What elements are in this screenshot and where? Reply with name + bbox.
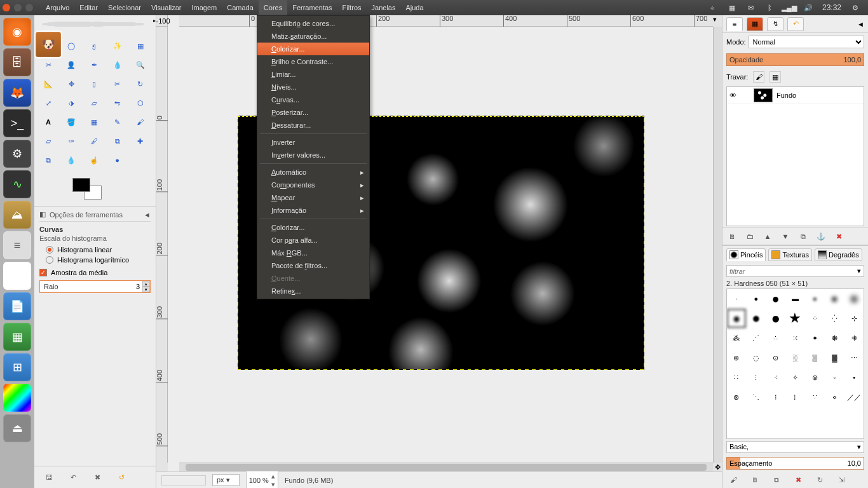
brush-item[interactable]: ∷	[727, 368, 746, 387]
menu-item-posterizar[interactable]: Posterizar...	[257, 106, 369, 119]
brush-item[interactable]: ●	[766, 289, 785, 308]
tool-shear[interactable]: ⬗	[61, 94, 81, 112]
ruler-origin-button[interactable]: ▸-100	[156, 15, 168, 27]
brush-item[interactable]: ⁝	[766, 388, 785, 407]
menu-editar[interactable]: Editar	[74, 0, 103, 15]
dock-menu-icon[interactable]: ◄	[857, 20, 864, 28]
layer-list[interactable]: 👁 Fundo	[726, 86, 864, 226]
footer-delete-icon[interactable]: ✖	[92, 471, 103, 483]
window-minimize-button[interactable]	[14, 4, 22, 11]
layer-down-icon[interactable]: ▼	[780, 231, 791, 242]
menu-cores[interactable]: Cores	[259, 0, 287, 15]
tool-paintbrush[interactable]: 🖌	[130, 113, 151, 131]
menu-item-matiz-satura-o[interactable]: Matiz-saturação...	[257, 30, 369, 43]
brush-item[interactable]: ⋮	[747, 368, 766, 387]
brush-item[interactable]: ⊙	[766, 348, 785, 367]
brush-item[interactable]: ◌	[747, 348, 766, 367]
layer-up-icon[interactable]: ▲	[762, 231, 773, 242]
brush-item[interactable]: ◦	[825, 368, 844, 387]
tab-patterns[interactable]: Texturas	[768, 248, 812, 261]
radio-linear[interactable]: Histograma linear	[39, 245, 151, 255]
calendar-icon[interactable]: ▦	[727, 3, 737, 13]
brush-item[interactable]: ●	[844, 289, 864, 308]
tool-heal[interactable]: ✚	[130, 132, 151, 150]
menu-imagem[interactable]: Imagem	[187, 0, 222, 15]
launcher-appearance-icon[interactable]	[3, 384, 31, 412]
window-close-button[interactable]	[3, 4, 10, 11]
menu-item-brilho-e-contraste[interactable]: Brilho e Contraste...	[257, 55, 369, 68]
brush-item[interactable]: ⋰	[747, 329, 766, 348]
brush-item[interactable]: ∴	[766, 329, 785, 348]
brush-item[interactable]: ⁙	[786, 329, 805, 348]
brush-item[interactable]: ⊚	[805, 368, 824, 387]
mail-icon[interactable]: ✉	[746, 3, 756, 13]
brush-item[interactable]: ／／	[844, 388, 864, 407]
brush-filter-field[interactable]	[729, 267, 857, 275]
brush-item[interactable]: ⁜	[844, 329, 864, 348]
menu-filtros[interactable]: Filtros	[337, 0, 367, 15]
launcher-calc-icon[interactable]: ▦	[3, 323, 31, 351]
settings-gear-icon[interactable]: ⚙	[850, 3, 860, 13]
footer-revert-icon[interactable]: ↶	[67, 471, 79, 483]
tool-color-select[interactable]: ▦	[130, 37, 151, 55]
launcher-firefox-icon[interactable]: 🦊	[3, 79, 31, 107]
brush-item[interactable]: ⊗	[727, 388, 746, 407]
layer-delete-icon[interactable]: ✖	[833, 231, 844, 242]
layer-group-icon[interactable]: 🗀	[744, 231, 756, 242]
tool-paths[interactable]: ✒	[84, 56, 104, 74]
radio-log[interactable]: Histograma logarítmico	[39, 255, 151, 265]
tab-brushes[interactable]: Pincéis	[726, 248, 766, 261]
menu-ferramentas[interactable]: Ferramentas	[287, 0, 337, 15]
volume-icon[interactable]: 🔊	[803, 3, 813, 13]
navigation-icon[interactable]: ✥	[713, 463, 722, 471]
layer-name[interactable]: Fundo	[776, 92, 796, 99]
brush-item[interactable]: ⦁	[844, 368, 864, 387]
tool-scale[interactable]: ⤢	[38, 94, 58, 112]
brush-filter-input[interactable]: ▾	[726, 265, 864, 277]
canvas[interactable]	[168, 27, 713, 463]
zoom-selector[interactable]: 100 %▴▾	[246, 470, 278, 489]
checkbox-sample-average[interactable]: ✓Amostra da média	[39, 265, 151, 278]
tool-eraser[interactable]: ▱	[38, 132, 58, 150]
tool-fuzzy-select[interactable]: ✨	[107, 37, 128, 55]
menu-item-autom-tico[interactable]: Automático▸	[257, 166, 369, 179]
tool-ink[interactable]: 🖋	[84, 132, 104, 150]
horizontal-scrollbar[interactable]	[179, 463, 713, 471]
brush-item[interactable]: ★	[786, 309, 805, 328]
brush-item[interactable]: ·	[727, 289, 746, 308]
brush-item[interactable]: ⁞	[786, 388, 805, 407]
layer-duplicate-icon[interactable]: ⧉	[797, 231, 809, 242]
brush-preset-select[interactable]: Basic,▾	[726, 441, 864, 453]
tool-flip[interactable]: ⇋	[107, 94, 128, 112]
ruler-vertical[interactable]: 0 100 200 300 400 500	[156, 27, 168, 463]
menu-item-informa-o[interactable]: Informação▸	[257, 204, 369, 217]
brush-item[interactable]: ▒	[805, 348, 824, 367]
clock[interactable]: 23:32	[822, 3, 841, 12]
window-maximize-button[interactable]	[25, 4, 33, 11]
brush-new-icon[interactable]: 🗎	[749, 474, 761, 485]
brush-refresh-icon[interactable]: ↻	[814, 474, 825, 485]
tab-channels[interactable]: ▦	[747, 17, 763, 31]
launcher-terminal-icon[interactable]: >_	[3, 109, 31, 137]
tool-dodge[interactable]: ●	[107, 151, 128, 169]
tool-foreground-select[interactable]: 👤	[61, 56, 81, 74]
menu-item-n-veis[interactable]: Níveis...	[257, 81, 369, 93]
menu-item-cor-para-alfa[interactable]: Cor para alfa...	[257, 234, 369, 247]
brush-item-selected[interactable]: ●	[727, 309, 746, 328]
brush-item[interactable]: ●	[805, 289, 824, 308]
opacity-slider[interactable]: Opacidade 100,0	[726, 53, 864, 66]
tool-cage[interactable]: ⬡	[130, 94, 151, 112]
layer-anchor-icon[interactable]: ⚓	[815, 231, 827, 242]
menu-item-dessaturar[interactable]: Dessaturar...	[257, 119, 369, 132]
color-swatches[interactable]	[34, 173, 156, 206]
tool-free-select[interactable]: ჟ	[84, 37, 104, 55]
menu-visualizar[interactable]: Visualizar	[146, 0, 187, 15]
brush-item[interactable]: ⋄	[825, 388, 844, 407]
tool-rotate[interactable]: ↻	[130, 75, 151, 93]
menu-ajuda[interactable]: Ajuda	[400, 0, 428, 15]
brush-item[interactable]: ✦	[805, 329, 824, 348]
brush-item[interactable]: ●	[825, 289, 844, 308]
field-raio[interactable]: Raio 3 ▴▾	[39, 280, 151, 293]
brush-grid[interactable]: · ● ● ▬ ● ● ● ● ● ● ★ ⁘ ⁛ ⊹ ⁂ ⋰ ∴ ⁙ ✦ ❋	[726, 288, 864, 439]
tool-text[interactable]: A	[38, 113, 58, 131]
